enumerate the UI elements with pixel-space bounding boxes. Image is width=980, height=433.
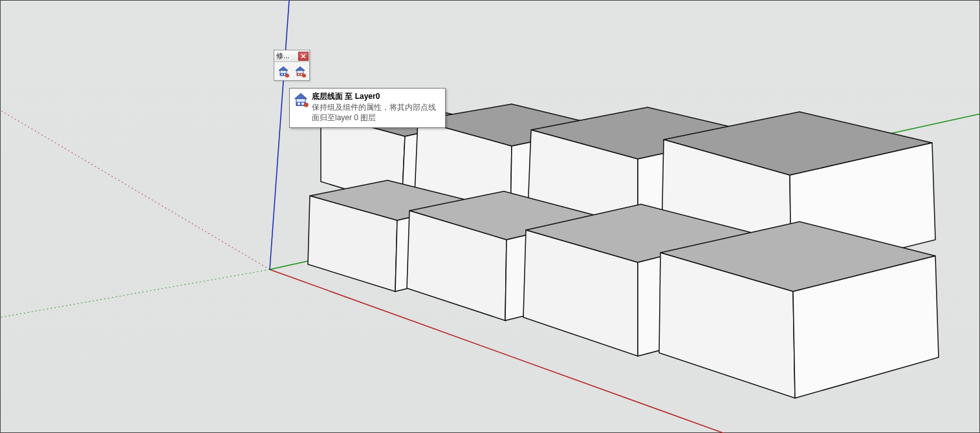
- svg-rect-30: [284, 74, 285, 75]
- axis-neg-x: [1, 111, 270, 269]
- layer-tool-1-button[interactable]: [276, 63, 291, 79]
- floating-toolbar[interactable]: 修...: [274, 50, 310, 81]
- house-layer-blue-icon: [292, 91, 309, 108]
- tooltip-title: 底层线面 至 Layer0: [312, 91, 441, 101]
- axis-neg-y: [1, 269, 270, 317]
- svg-rect-36: [301, 74, 302, 75]
- tooltip-description: 保持组及组件的属性，将其内部点线面归至layer 0 图层: [312, 102, 441, 123]
- svg-rect-42: [301, 103, 304, 105]
- axis-z: [270, 1, 289, 269]
- tooltip-text: 底层线面 至 Layer0 保持组及组件的属性，将其内部点线面归至layer 0…: [312, 91, 441, 123]
- toolbar-titlebar[interactable]: 修...: [274, 50, 309, 62]
- svg-rect-29: [281, 74, 283, 75]
- toolbar-close-button[interactable]: [298, 52, 309, 61]
- svg-point-43: [304, 103, 309, 107]
- tooltip-icon-wrap: [292, 91, 309, 108]
- svg-rect-35: [298, 74, 299, 75]
- svg-point-31: [285, 74, 289, 78]
- cube-bottom-4[interactable]: [659, 222, 939, 398]
- svg-marker-32: [296, 67, 305, 70]
- layer-tool-2-button[interactable]: [292, 63, 308, 79]
- svg-marker-26: [279, 67, 288, 70]
- house-layer-red-icon: [293, 64, 307, 78]
- svg-rect-41: [298, 103, 300, 105]
- tooltip: 底层线面 至 Layer0 保持组及组件的属性，将其内部点线面归至layer 0…: [289, 88, 446, 128]
- modeling-viewport[interactable]: 修...: [0, 0, 980, 433]
- close-icon: [301, 54, 306, 59]
- toolbar-body: [274, 62, 309, 80]
- svg-marker-38: [295, 94, 307, 99]
- scene-canvas[interactable]: [1, 1, 980, 433]
- toolbar-title: 修...: [276, 51, 289, 61]
- house-layer-blue-icon: [276, 64, 290, 78]
- svg-point-37: [302, 74, 306, 78]
